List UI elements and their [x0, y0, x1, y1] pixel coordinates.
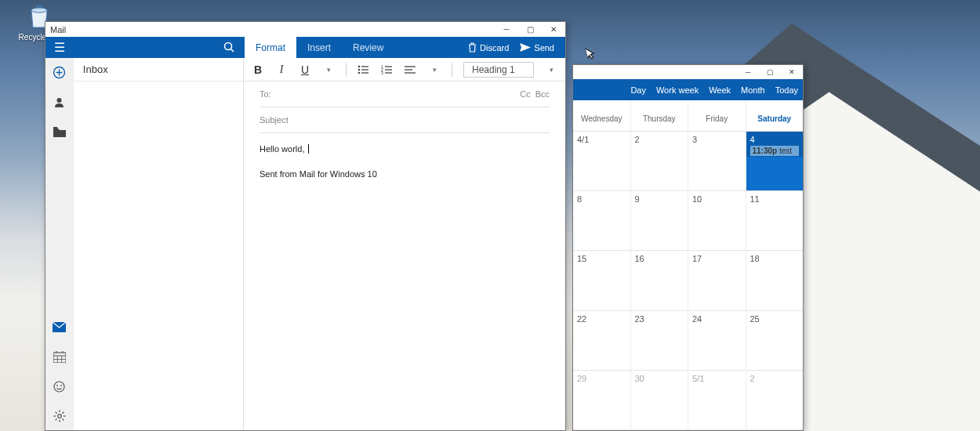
- svg-line-26: [62, 412, 64, 414]
- view-day[interactable]: Day: [630, 85, 646, 95]
- tab-format[interactable]: Format: [245, 37, 296, 58]
- maximize-button[interactable]: ▢: [518, 22, 542, 37]
- cal-date: 11: [750, 194, 760, 204]
- to-label: To:: [260, 89, 271, 99]
- svg-point-18: [58, 415, 62, 418]
- cal-date: 5/1: [692, 374, 704, 383]
- day-header-thu: Thursday: [631, 100, 689, 131]
- cc-button[interactable]: Cc: [520, 89, 530, 99]
- cal-cell[interactable]: 29: [573, 371, 631, 429]
- tab-insert[interactable]: Insert: [296, 37, 342, 58]
- cal-date: 22: [577, 314, 586, 324]
- minimize-button[interactable]: ─: [495, 22, 518, 37]
- cal-cell[interactable]: 8: [573, 191, 631, 250]
- cal-cell-today[interactable]: 4 11:30p test: [746, 132, 804, 190]
- cal-cell[interactable]: 10: [688, 191, 746, 250]
- align-dropdown-icon[interactable]: ▾: [428, 66, 441, 74]
- svg-point-29: [358, 71, 361, 74]
- bold-button[interactable]: B: [252, 63, 264, 76]
- bcc-button[interactable]: Bcc: [535, 89, 550, 99]
- cal-cell[interactable]: 23: [631, 311, 689, 370]
- cal-cell[interactable]: 16: [631, 251, 689, 310]
- cal-date: 8: [577, 194, 582, 204]
- svg-rect-8: [53, 353, 66, 363]
- cal-date: 4: [750, 135, 755, 144]
- calendar-row-2: 8 9 10 11: [573, 191, 803, 251]
- calendar-event[interactable]: 11:30p test: [750, 146, 800, 156]
- mail-window: Mail ─ ▢ ✕ ☰ Format Insert Review Discar…: [45, 21, 566, 431]
- cal-cell[interactable]: 15: [573, 251, 631, 310]
- cal-cell[interactable]: 4/1: [573, 132, 631, 190]
- compose-pane: B I U ▾ 123 ▾ Heading 1 ▾ To: Cc: [244, 58, 565, 430]
- close-button[interactable]: ✕: [542, 22, 565, 37]
- minimize-button[interactable]: ─: [737, 65, 759, 79]
- align-icon[interactable]: [405, 65, 417, 74]
- hamburger-menu-icon[interactable]: ☰: [45, 40, 74, 55]
- body-text: Hello world,: [260, 144, 304, 154]
- cal-date: 16: [635, 254, 644, 263]
- calendar-row-5: 29 30 5/1 2: [573, 371, 803, 430]
- svg-point-17: [61, 385, 63, 386]
- send-label: Send: [534, 43, 554, 53]
- inbox-heading: Inbox: [74, 58, 243, 81]
- cal-cell[interactable]: 18: [746, 251, 804, 310]
- cal-cell[interactable]: 2: [746, 371, 804, 429]
- folders-icon[interactable]: [52, 124, 67, 139]
- search-icon[interactable]: [223, 42, 235, 53]
- format-toolbar: B I U ▾ 123 ▾ Heading 1 ▾: [244, 58, 565, 81]
- separator: [452, 63, 452, 77]
- email-body-editor[interactable]: Hello world, Sent from Mail for Windows …: [244, 133, 565, 205]
- send-button[interactable]: Send: [520, 43, 554, 53]
- calendar-row-4: 22 23 24 25: [573, 311, 803, 371]
- cal-date: 29: [577, 374, 586, 383]
- cal-cell[interactable]: 24: [688, 311, 746, 370]
- cal-cell[interactable]: 11: [746, 191, 804, 250]
- heading-dropdown-icon[interactable]: ▾: [545, 66, 557, 74]
- cal-date: 2: [635, 135, 640, 144]
- cal-cell[interactable]: 2: [631, 132, 689, 190]
- tab-review[interactable]: Review: [342, 37, 394, 58]
- inbox-list: Inbox: [74, 58, 244, 430]
- cal-date: 23: [635, 314, 644, 324]
- cal-cell[interactable]: 30: [631, 371, 689, 429]
- accounts-icon[interactable]: [52, 94, 67, 110]
- italic-button[interactable]: I: [275, 63, 288, 76]
- svg-point-16: [57, 385, 59, 386]
- subject-label: Subject: [260, 115, 289, 125]
- font-dropdown-icon[interactable]: ▾: [322, 66, 335, 74]
- calendar-nav-icon[interactable]: [52, 349, 67, 364]
- view-week[interactable]: Week: [709, 85, 731, 95]
- calendar-day-headers: Wednesday Thursday Friday Saturday: [573, 100, 803, 132]
- cal-cell[interactable]: 3: [688, 132, 746, 190]
- mail-titlebar[interactable]: Mail ─ ▢ ✕: [45, 22, 565, 37]
- to-field[interactable]: To: Cc Bcc: [260, 81, 550, 107]
- cal-cell[interactable]: 22: [573, 311, 631, 370]
- underline-button[interactable]: U: [299, 63, 311, 76]
- close-button[interactable]: ✕: [781, 65, 803, 79]
- cal-cell[interactable]: 25: [746, 311, 804, 370]
- bullet-list-icon[interactable]: [358, 65, 370, 74]
- cal-cell[interactable]: 17: [688, 251, 746, 310]
- event-time: 11:30p: [753, 147, 778, 155]
- subject-field[interactable]: Subject: [260, 107, 550, 133]
- discard-button[interactable]: Discard: [468, 42, 509, 53]
- today-highlight: [746, 157, 804, 190]
- numbered-list-icon[interactable]: 123: [381, 65, 394, 74]
- feedback-icon[interactable]: [52, 378, 67, 394]
- maximize-button[interactable]: ▢: [759, 65, 781, 79]
- settings-icon[interactable]: [52, 408, 67, 424]
- view-month[interactable]: Month: [741, 85, 765, 95]
- view-workweek[interactable]: Work week: [656, 85, 699, 95]
- mail-nav-icon[interactable]: [52, 319, 67, 335]
- cal-cell[interactable]: 5/1: [688, 371, 746, 429]
- view-today[interactable]: Today: [775, 85, 798, 95]
- svg-point-6: [57, 98, 62, 103]
- svg-point-28: [358, 68, 361, 71]
- calendar-view-bar: Day Work week Week Month Today: [573, 79, 803, 100]
- new-mail-icon[interactable]: [52, 64, 67, 80]
- heading-select[interactable]: Heading 1: [463, 62, 534, 78]
- cal-cell[interactable]: 9: [631, 191, 689, 250]
- send-icon: [520, 43, 531, 52]
- calendar-titlebar[interactable]: ─ ▢ ✕: [573, 65, 803, 79]
- cal-date: 18: [750, 254, 760, 263]
